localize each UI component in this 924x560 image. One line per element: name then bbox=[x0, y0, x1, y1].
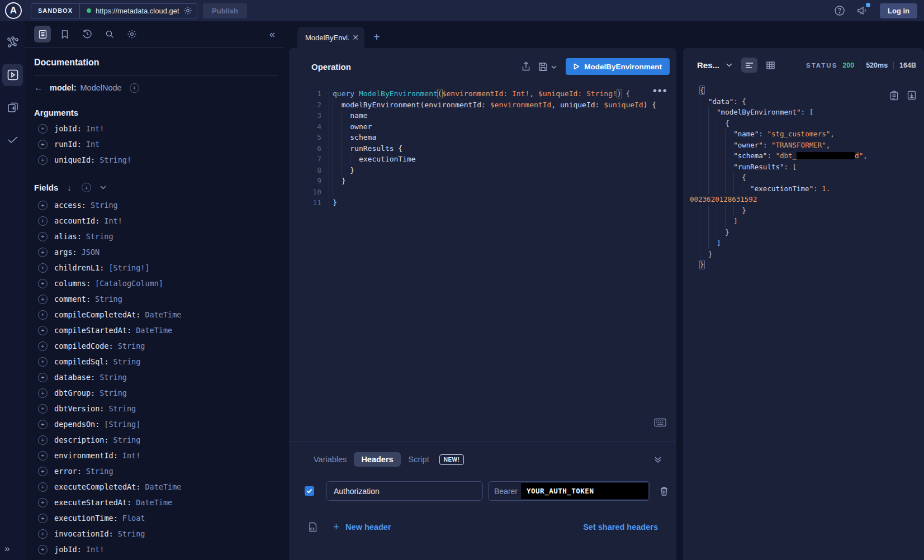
code-line[interactable]: 1query ModelByEnvironment($environmentId… bbox=[305, 88, 656, 99]
add-field-icon[interactable]: + bbox=[38, 420, 48, 429]
checklist-icon[interactable] bbox=[0, 129, 25, 151]
json-line[interactable]: } bbox=[700, 205, 868, 216]
explorer-settings-gear-icon[interactable] bbox=[124, 26, 140, 42]
code-line[interactable]: 4owner bbox=[305, 121, 656, 132]
sort-fields-icon[interactable]: ↓ bbox=[67, 183, 72, 192]
field-row[interactable]: +dbtGroup:String bbox=[34, 385, 276, 401]
save-options-chevron-icon[interactable] bbox=[551, 65, 557, 69]
json-line[interactable]: "schema": "dbt_d", bbox=[700, 150, 868, 162]
code-line[interactable]: 3name bbox=[305, 110, 656, 121]
add-field-icon[interactable]: + bbox=[38, 373, 48, 382]
field-type[interactable]: String bbox=[108, 404, 136, 413]
field-row[interactable]: +access:String bbox=[34, 197, 276, 213]
code-line[interactable]: 5schema bbox=[305, 132, 656, 143]
field-row[interactable]: +compileStartedAt:DateTime bbox=[34, 322, 276, 338]
endpoint-url-box[interactable]: SANDBOX https://metadata.cloud.get bbox=[31, 3, 197, 18]
login-button[interactable]: Log in bbox=[880, 3, 917, 18]
add-field-icon[interactable]: + bbox=[38, 124, 48, 134]
field-row[interactable]: +error:String bbox=[34, 463, 276, 479]
field-row[interactable]: +columns:[CatalogColumn] bbox=[34, 276, 276, 291]
field-type[interactable]: JSON bbox=[82, 248, 100, 257]
field-row[interactable]: +executeCompletedAt:DateTime bbox=[34, 479, 276, 495]
json-line[interactable]: "runResults": [ bbox=[700, 162, 868, 173]
add-field-icon[interactable]: + bbox=[38, 140, 48, 149]
add-field-icon[interactable]: + bbox=[38, 155, 48, 165]
new-header-button[interactable]: + New header bbox=[333, 521, 391, 533]
field-type[interactable]: String bbox=[86, 232, 113, 241]
field-type[interactable]: DateTime bbox=[145, 310, 181, 319]
share-operation-icon[interactable] bbox=[522, 61, 530, 72]
save-operation-icon[interactable] bbox=[538, 62, 548, 72]
header-value-field[interactable]: Bearer YOUR_AUTH_TOKEN bbox=[488, 481, 650, 501]
back-arrow-icon[interactable]: ← bbox=[34, 83, 50, 93]
json-line[interactable]: } bbox=[700, 227, 868, 238]
add-field-icon[interactable]: + bbox=[38, 435, 48, 445]
add-field-icon[interactable]: + bbox=[38, 404, 48, 414]
field-row[interactable]: +alias:String bbox=[34, 229, 276, 244]
tab-variables[interactable]: Variables bbox=[314, 455, 347, 464]
field-type[interactable]: DateTime bbox=[136, 498, 172, 507]
json-line[interactable]: ] bbox=[700, 238, 868, 249]
add-all-fields-icon[interactable]: + bbox=[82, 183, 91, 192]
copy-response-icon[interactable] bbox=[890, 91, 898, 101]
field-type[interactable]: String! bbox=[99, 155, 131, 164]
set-shared-headers-link[interactable]: Set shared headers bbox=[583, 523, 658, 531]
add-model-icon[interactable]: + bbox=[130, 83, 139, 93]
schema-graph-icon[interactable] bbox=[0, 31, 25, 54]
field-type[interactable]: [String!] bbox=[108, 263, 149, 272]
field-type[interactable]: String bbox=[118, 341, 145, 350]
search-icon[interactable] bbox=[101, 26, 118, 42]
field-row[interactable]: +database:String bbox=[34, 369, 276, 385]
json-line[interactable]: } bbox=[700, 259, 868, 270]
json-line[interactable]: "name": "stg_customers", bbox=[700, 129, 868, 140]
add-field-icon[interactable]: + bbox=[38, 216, 48, 226]
field-type[interactable]: String bbox=[99, 388, 127, 397]
json-line[interactable]: } bbox=[700, 249, 868, 260]
tab-headers[interactable]: Headers bbox=[354, 452, 400, 467]
field-type[interactable]: Int! bbox=[122, 451, 141, 460]
json-line[interactable]: ] bbox=[700, 216, 868, 227]
field-type[interactable]: Float bbox=[122, 514, 145, 523]
json-line[interactable]: "executionTime": 1. bbox=[700, 183, 868, 194]
field-row[interactable]: +dbtVersion:String bbox=[34, 401, 276, 416]
add-field-icon[interactable]: + bbox=[38, 451, 48, 461]
field-row[interactable]: +jobId:Int! bbox=[34, 542, 276, 557]
documentation-tab-icon[interactable] bbox=[34, 26, 51, 42]
field-row[interactable]: +childrenL1:[String!] bbox=[34, 260, 276, 276]
field-type[interactable]: DateTime bbox=[136, 326, 172, 335]
field-type[interactable]: [CatalogColumn] bbox=[95, 279, 163, 288]
add-field-icon[interactable]: + bbox=[38, 326, 48, 335]
field-type[interactable]: String bbox=[99, 373, 127, 382]
graphql-editor[interactable]: 1query ModelByEnvironment($environmentId… bbox=[305, 88, 656, 208]
field-type[interactable]: String bbox=[118, 529, 145, 538]
expand-rail-icon[interactable]: » bbox=[4, 543, 10, 554]
field-type[interactable]: Int! bbox=[86, 124, 105, 133]
field-type[interactable]: String bbox=[86, 467, 113, 476]
field-type[interactable]: String bbox=[95, 295, 122, 303]
json-line[interactable]: { bbox=[700, 118, 868, 129]
field-row[interactable]: +invocationId:String bbox=[34, 526, 276, 542]
code-line[interactable]: 11} bbox=[305, 197, 656, 208]
json-line[interactable]: { bbox=[700, 172, 868, 183]
history-icon[interactable] bbox=[79, 26, 96, 42]
endpoint-url[interactable]: https://metadata.cloud.get bbox=[96, 7, 182, 15]
argument-row[interactable]: +runId:Int bbox=[34, 136, 276, 152]
add-field-icon[interactable]: + bbox=[38, 482, 48, 492]
json-line[interactable]: { bbox=[700, 85, 868, 96]
add-field-icon[interactable]: + bbox=[38, 357, 48, 367]
code-line[interactable]: 9} bbox=[305, 175, 656, 187]
field-row[interactable]: +compiledSql:String bbox=[34, 354, 276, 369]
auth-token-value[interactable]: YOUR_AUTH_TOKEN bbox=[521, 483, 648, 499]
field-row[interactable]: +environmentId:Int! bbox=[34, 448, 276, 463]
operation-tab[interactable]: ModelByEnvi... ✕ bbox=[297, 27, 364, 48]
argument-row[interactable]: +jobId:Int! bbox=[34, 121, 276, 136]
delete-header-icon[interactable] bbox=[660, 486, 669, 496]
code-line[interactable]: 8} bbox=[305, 165, 656, 176]
add-field-icon[interactable]: + bbox=[38, 232, 48, 241]
header-enabled-checkbox[interactable] bbox=[305, 486, 314, 496]
download-response-icon[interactable] bbox=[907, 91, 916, 100]
environment-variables-icon[interactable] bbox=[308, 522, 318, 532]
collapse-panel-icon[interactable]: « bbox=[269, 29, 275, 40]
json-line[interactable]: "modelByEnvironment": [ bbox=[700, 107, 868, 118]
json-line[interactable]: "owner": "TRANSFORMER", bbox=[700, 140, 868, 151]
